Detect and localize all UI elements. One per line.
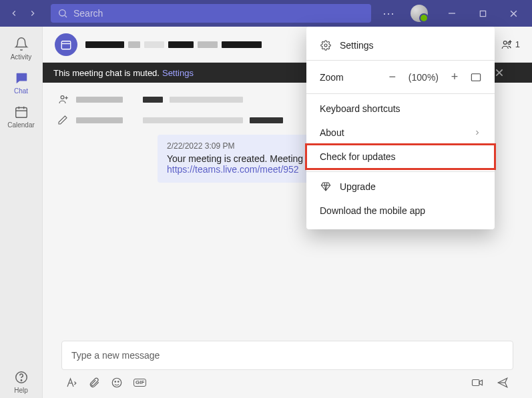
nav-forward-button[interactable] [25, 6, 40, 21]
main-pane: Chat 1 This meeting chat is muted. Setti… [43, 27, 532, 398]
chevron-right-icon [473, 129, 481, 137]
participants-button[interactable]: 1 [501, 39, 520, 51]
svg-point-28 [118, 381, 119, 383]
svg-rect-32 [471, 73, 480, 81]
svg-point-16 [509, 41, 511, 42]
rail-activity[interactable]: Activity [0, 31, 43, 65]
user-avatar[interactable] [411, 5, 428, 22]
window-minimize-button[interactable] [439, 0, 465, 27]
gear-icon [320, 40, 332, 51]
fullscreen-button[interactable] [471, 73, 481, 82]
menu-settings[interactable]: Settings [306, 33, 495, 57]
menu-about[interactable]: About [306, 121, 495, 145]
nav-back-button[interactable] [7, 6, 21, 21]
svg-rect-12 [61, 41, 71, 49]
menu-label: Zoom [320, 72, 344, 83]
search-input[interactable] [51, 4, 371, 23]
participant-count: 1 [515, 39, 520, 49]
window-close-button[interactable] [500, 0, 527, 27]
menu-label: Check for updates [320, 151, 396, 162]
chat-icon [13, 70, 29, 86]
zoom-out-button[interactable]: − [386, 70, 399, 84]
overflow-menu: Settings Zoom − (100%) + Keyboard shortc… [306, 27, 495, 229]
banner-text: This meeting chat is muted. [53, 68, 160, 78]
composer-toolbar: GIF [61, 370, 513, 389]
attach-button[interactable] [88, 377, 100, 389]
rail-calendar[interactable]: Calendar [0, 99, 43, 133]
meet-now-button[interactable] [471, 377, 484, 389]
rail-chat[interactable]: Chat [0, 65, 43, 99]
emoji-button[interactable] [111, 377, 123, 389]
edit-icon [57, 115, 69, 125]
help-icon [13, 369, 29, 385]
calendar-icon [13, 104, 29, 120]
svg-rect-6 [15, 108, 27, 118]
meeting-link[interactable]: https://teams.live.com/meet/952 [167, 164, 299, 175]
menu-keyboard-shortcuts[interactable]: Keyboard shortcuts [306, 97, 495, 121]
message-composer[interactable] [61, 341, 513, 370]
rail-label: Calendar [7, 121, 35, 129]
rail-help[interactable]: Help [0, 364, 43, 398]
send-button[interactable] [496, 377, 509, 389]
svg-rect-3 [480, 11, 485, 16]
bell-icon [13, 36, 29, 52]
composer-input[interactable] [71, 350, 503, 361]
more-menu-button[interactable]: ⋯ [377, 6, 400, 21]
rail-label: Help [14, 387, 28, 394]
diamond-icon [320, 181, 332, 192]
svg-rect-29 [473, 380, 480, 386]
svg-point-27 [115, 381, 116, 383]
menu-label: Settings [340, 40, 374, 51]
menu-zoom: Zoom − (100%) + [306, 63, 495, 91]
meeting-avatar[interactable] [55, 33, 77, 56]
title-bar: ⋯ [0, 0, 532, 27]
menu-label: Keyboard shortcuts [320, 103, 401, 114]
svg-point-23 [61, 96, 64, 99]
app-rail: Activity Chat Calendar Help [0, 27, 43, 398]
gif-button[interactable]: GIF [134, 379, 146, 387]
format-button[interactable] [65, 377, 77, 389]
person-add-icon [57, 93, 69, 105]
window-maximize-button[interactable] [469, 0, 496, 27]
svg-point-14 [503, 41, 507, 44]
people-icon [501, 39, 513, 51]
svg-line-1 [65, 15, 67, 17]
rail-label: Activity [11, 53, 32, 61]
zoom-value: (100%) [409, 72, 439, 83]
svg-point-11 [21, 380, 21, 381]
svg-point-31 [324, 44, 327, 47]
svg-point-26 [112, 378, 121, 387]
search-field[interactable] [73, 8, 364, 19]
menu-download-app[interactable]: Download the mobile app [306, 199, 495, 223]
zoom-in-button[interactable]: + [448, 70, 461, 84]
menu-label: About [320, 127, 344, 138]
banner-dismiss-button[interactable] [495, 68, 521, 77]
rail-label: Chat [14, 87, 28, 95]
svg-point-0 [59, 10, 65, 16]
search-icon [57, 8, 68, 19]
menu-label: Upgrade [340, 181, 376, 192]
menu-label: Download the mobile app [320, 205, 425, 216]
banner-settings-link[interactable]: Settings [162, 68, 194, 78]
menu-upgrade[interactable]: Upgrade [306, 175, 495, 199]
menu-check-updates[interactable]: Check for updates [306, 145, 495, 169]
